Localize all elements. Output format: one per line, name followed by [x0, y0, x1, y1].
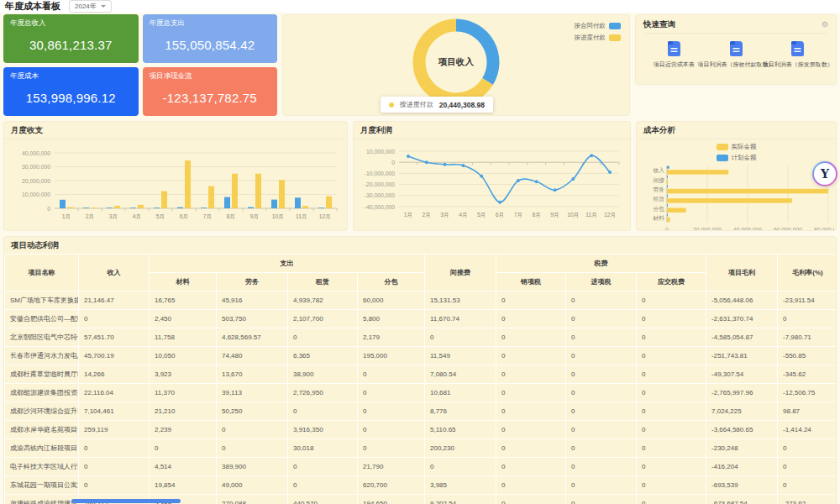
legend-label: 按进度付款 — [575, 34, 606, 42]
table-cell: 0 — [496, 439, 566, 458]
table-cell: 30,018 — [288, 439, 358, 458]
col-header-output-tax: 销项税 — [496, 273, 566, 291]
table-cell: 0 — [637, 328, 706, 347]
legend-item-planned[interactable]: 计划金额 — [717, 154, 757, 162]
table-cell: 15,131.53 — [425, 291, 496, 310]
svg-text:2月: 2月 — [86, 213, 95, 220]
table-cell: 3,916,350 — [288, 421, 358, 439]
table-row[interactable]: 北京朝阳区电气中芯特气系统之G57,451.7011,7584,628,569.… — [5, 328, 837, 347]
table-cell: 19,854 — [150, 476, 217, 495]
year-select[interactable]: 2024年 — [69, 0, 112, 13]
svg-text:收入: 收入 — [653, 167, 664, 174]
donut-tooltip: 按进度付款 20,440,308.98 — [381, 97, 493, 113]
table-cell: 7,024,225 — [706, 402, 778, 421]
table-cell: 0 — [778, 476, 837, 495]
table-cell: 0 — [778, 458, 837, 476]
svg-text:6月: 6月 — [180, 213, 189, 220]
cost-analysis-legend: 实际金额 计划金额 — [637, 139, 836, 162]
svg-text:60,000,000: 60,000,000 — [774, 227, 802, 231]
table-cell: -693,539 — [706, 476, 778, 495]
svg-text:分包: 分包 — [653, 206, 664, 212]
table-row[interactable]: 成都杜甫草堂临时展厅独立展柜系14,2663,92313,67038,90007… — [5, 365, 837, 384]
table-cell: 0 — [288, 402, 358, 421]
table-cell: -345.62 — [778, 365, 837, 384]
legend-item-progress-payment[interactable]: 按进度付款 — [575, 34, 622, 42]
table-row[interactable]: SM广场地下车库更换摄像机及硬盘21,146.4716,76545,9164,9… — [5, 291, 837, 310]
document-icon — [791, 41, 804, 56]
monthly-cashflow-chart[interactable]: 010,000,00020,000,00030,000,00040,000,00… — [4, 139, 347, 231]
table-cell: 0 — [358, 384, 425, 402]
gear-icon[interactable]: ⚙ — [822, 21, 828, 29]
table-cell: 0 — [637, 476, 706, 495]
table-cell: 0 — [566, 365, 637, 384]
table-cell: 6,365 — [288, 347, 358, 365]
legend-item-contract-payment[interactable]: 按合同付款 — [575, 22, 622, 30]
panel-title: 月度收支 — [4, 122, 347, 139]
table-cell: 10,681 — [425, 384, 496, 402]
table-cell: 0 — [496, 384, 566, 402]
svg-text:7月: 7月 — [514, 212, 523, 218]
table-cell: 11,670.74 — [425, 310, 496, 328]
tooltip-dot-icon — [389, 102, 394, 108]
quick-query-item-profit-by-payment[interactable]: 项目利润表（按收付款取数） — [706, 41, 767, 69]
table-row[interactable]: 安徽合肥供电公司—配电设备检修02,450503,7502,107,7005,8… — [5, 310, 837, 328]
legend-swatch — [717, 155, 728, 161]
svg-text:0: 0 — [391, 160, 395, 165]
table-row[interactable]: 长春市伊通河水力发电厂改建工程45,700.1910,05074,4806,36… — [5, 347, 837, 365]
table-cell: 2,179 — [358, 328, 425, 347]
quick-query-item-operating-cost[interactable]: 项目运营成本表 — [643, 41, 705, 69]
table-row[interactable]: 成都沙河环境综合提升改造迎河段7,104,46121,21050,250008,… — [5, 402, 837, 421]
table-cell: 39,113 — [217, 384, 288, 402]
col-header-tax: 税费 — [496, 255, 706, 273]
svg-text:8月: 8月 — [532, 212, 541, 218]
table-cell: 49,000 — [217, 476, 288, 495]
horizontal-scrollbar[interactable] — [71, 499, 181, 503]
svg-text:10,000,000: 10,000,000 — [366, 149, 395, 155]
monthly-profit-chart[interactable]: 10,000,0000-10,000,000-20,000,000-30,000… — [354, 139, 630, 231]
legend-item-actual[interactable]: 实际金额 — [717, 143, 757, 151]
svg-text:9月: 9月 — [550, 212, 559, 218]
table-cell: 620,700 — [358, 476, 425, 495]
table-cell: 5,110.65 — [425, 421, 496, 439]
document-icon — [730, 41, 743, 56]
col-header-rent: 租赁 — [288, 273, 358, 291]
assistant-fab-button[interactable]: Y — [812, 161, 837, 186]
legend-swatch — [717, 144, 728, 150]
table-cell: 440,570 — [288, 495, 358, 504]
cost-analysis-chart[interactable]: 020,000,00040,000,00060,000,00080,000,00… — [637, 162, 836, 231]
table-row[interactable]: 东城花园一期项目公寓大堂 装饰工019,85449,0000620,7003,9… — [5, 476, 837, 495]
table-cell: 0 — [79, 458, 150, 476]
project-name-cell: 成渝高铁内江标段项目 — [5, 439, 79, 458]
svg-text:40,000,000: 40,000,000 — [22, 150, 50, 156]
donut-legend: 按合同付款 按进度付款 — [575, 22, 622, 45]
table-cell: 10,050 — [150, 347, 217, 365]
table-cell: 194,650 — [358, 495, 425, 504]
col-header-income: 收入 — [79, 255, 150, 291]
table-row[interactable]: 成都能源建设集团投资有限公司拟22,116.0411,37039,1132,72… — [5, 384, 837, 402]
kpi-card-net-cashflow: 项目净现金流 -123,137,782.75 — [143, 67, 278, 116]
table-cell: 0 — [566, 458, 637, 476]
quick-query-item-profit-by-invoice[interactable]: 项目利润表（按发票取数） — [767, 41, 828, 69]
chevron-down-icon — [101, 5, 106, 8]
table-cell: 0 — [566, 310, 637, 328]
table-row[interactable]: 电子科技大学区域人行道及非机动04,514389,900021,7900000-… — [5, 458, 837, 476]
table-cell: 0 — [566, 476, 637, 495]
table-cell: 0 — [637, 347, 706, 365]
table-cell: 0 — [288, 458, 358, 476]
table-cell: 0 — [217, 439, 288, 458]
tooltip-label: 按进度付款 — [400, 100, 433, 109]
income-donut-chart[interactable]: 项目收入 — [412, 18, 500, 106]
table-cell: 38,900 — [288, 365, 358, 384]
table-cell: 0 — [358, 439, 425, 458]
table-row[interactable]: 成都水岸华庭名苑项目一标段259,1192,23903,916,35005,11… — [5, 421, 837, 439]
svg-text:12月: 12月 — [604, 212, 616, 218]
kpi-value: 153,998,996.12 — [10, 91, 132, 105]
table-cell: 60,000 — [358, 291, 425, 310]
table-cell: 270,088 — [217, 495, 288, 504]
monthly-cashflow-panel: 月度收支 010,000,00020,000,00030,000,00040,0… — [3, 121, 348, 231]
kpi-label: 年度总收入 — [10, 18, 132, 29]
table-cell: 2,726,950 — [288, 384, 358, 402]
table-cell: -2,631,370.74 — [706, 310, 778, 328]
table-cell: 11,758 — [150, 328, 217, 347]
table-row[interactable]: 成渝高铁内江标段项目00030,0180200,230000-230,2480 — [5, 439, 837, 458]
